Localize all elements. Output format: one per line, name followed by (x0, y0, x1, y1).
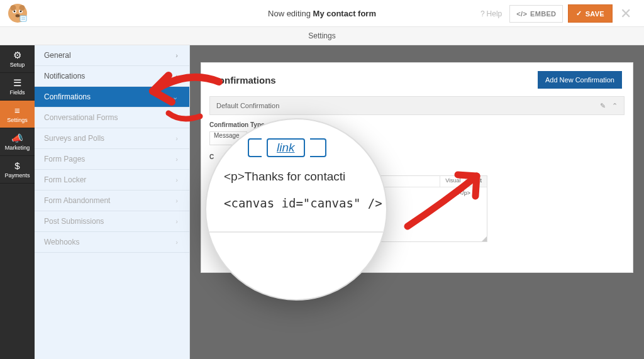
chevron-right-icon: › (175, 52, 178, 59)
nav-marketing[interactable]: 📣 Marketing (0, 128, 35, 156)
svg-point-7 (19, 5, 25, 11)
nav-payments[interactable]: $ Payments (0, 156, 35, 184)
nav-setup[interactable]: ⚙ Setup (0, 45, 35, 73)
secondbar-title: Settings (308, 31, 335, 40)
embed-button[interactable]: </> EMBED (509, 5, 563, 23)
topbar: Now editing My contact form ? Help </> E… (0, 0, 644, 27)
left-nav: ⚙ Setup ☰ Fields ≡ Settings 📣 Marketing … (0, 45, 35, 359)
editor-tab-text[interactable]: Text (465, 176, 487, 187)
sidebar-item-surveys-polls[interactable]: Surveys and Polls › (35, 128, 189, 149)
svg-point-2 (13, 11, 15, 13)
sidebar-item-conversational-forms[interactable]: Conversational Forms › (35, 108, 189, 128)
svg-rect-8 (20, 16, 26, 21)
svg-point-4 (19, 11, 21, 13)
sidebar-item-general[interactable]: General › (35, 45, 189, 66)
editor-line-2: <canvas id="canvas" /> (220, 196, 372, 210)
default-confirmation-label: Default Confirmation (216, 102, 279, 109)
nav-settings[interactable]: ≡ Settings (0, 101, 35, 128)
page-title: Now editing My contact form (268, 9, 376, 18)
add-confirmation-button[interactable]: Add New Confirmation (538, 71, 622, 89)
help-icon: ? (480, 9, 485, 18)
close-icon[interactable]: ✕ (618, 7, 635, 21)
secondbar: Settings (0, 27, 644, 45)
chevron-right-icon: › (175, 238, 178, 246)
editor-tab-visual[interactable]: Visual (440, 176, 465, 187)
svg-point-6 (10, 5, 16, 11)
sidebar-item-post-submissions[interactable]: Post Submissions › (35, 211, 189, 232)
pencil-icon[interactable]: ✎ (600, 102, 606, 110)
nav-fields[interactable]: ☰ Fields (0, 73, 35, 101)
help-link[interactable]: ? Help (478, 6, 504, 22)
chevron-down-icon: ⌄ (172, 93, 178, 101)
settings-sidebar: General › Notifications › Confirmations … (35, 45, 190, 359)
sidebar-item-notifications[interactable]: Notifications › (35, 66, 189, 87)
chevron-right-icon: › (175, 218, 178, 225)
chevron-right-icon: › (175, 197, 178, 204)
chevron-right-icon: › (175, 135, 178, 142)
cut-field-label: C (209, 153, 214, 160)
sidebar-item-form-pages[interactable]: Form Pages › (35, 149, 189, 170)
sidebar-item-form-locker[interactable]: Form Locker › (35, 170, 189, 191)
megaphone-icon: 📣 (11, 133, 23, 143)
code-icon: </> (516, 10, 527, 18)
chevron-right-icon: › (175, 114, 178, 121)
check-icon: ✓ (576, 9, 582, 18)
toolbar-link-button[interactable]: link (267, 138, 305, 157)
editor-line-1: <p>Thanks for contacti (220, 170, 372, 184)
sidebar-item-webhooks[interactable]: Webhooks › (35, 232, 189, 253)
chevron-right-icon: › (175, 176, 178, 184)
save-button[interactable]: ✓ SAVE (568, 4, 613, 23)
panel-title: Confirmations (212, 75, 276, 86)
chevron-right-icon: › (175, 72, 178, 80)
toolbar-fragment-right (310, 138, 326, 157)
collapse-icon[interactable]: ⌃ (612, 102, 618, 110)
chevron-right-icon: › (175, 155, 178, 163)
gear-icon: ⚙ (13, 50, 21, 60)
magnifier-overlay: link <p>Thanks for contacti <canvas id="… (205, 118, 387, 301)
topbar-actions: ? Help </> EMBED ✓ SAVE ✕ (478, 4, 635, 23)
toolbar-fragment-left (248, 138, 262, 157)
sidebar-item-confirmations[interactable]: Confirmations ⌄ (35, 87, 189, 108)
svg-point-5 (15, 14, 19, 18)
dollar-icon: $ (14, 161, 19, 170)
list-icon: ☰ (13, 78, 21, 87)
resize-handle-icon[interactable] (482, 236, 487, 241)
sidebar-item-form-abandonment[interactable]: Form Abandonment › (35, 191, 189, 211)
divider (206, 231, 386, 233)
wpforms-logo[interactable] (0, 0, 35, 27)
sliders-icon: ≡ (14, 106, 20, 115)
default-confirmation-header[interactable]: Default Confirmation ✎ ⌃ (209, 96, 625, 115)
